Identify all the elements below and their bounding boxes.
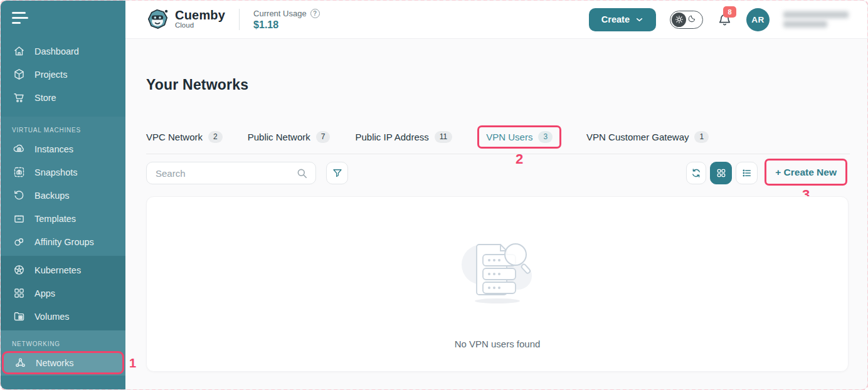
snapshot-icon bbox=[13, 166, 26, 179]
sidebar-item-label: Instances bbox=[34, 144, 73, 154]
list-view-button[interactable] bbox=[736, 162, 758, 184]
tab-count-badge: 1 bbox=[694, 131, 709, 144]
app-window: DashboardProjectsStoreVIRTUAL MACHINESIn… bbox=[0, 0, 868, 390]
list-view-icon bbox=[741, 167, 753, 179]
tab-public-ip-address[interactable]: Public IP Address11 bbox=[355, 131, 452, 144]
refresh-icon bbox=[691, 167, 702, 179]
sidebar-item-label: Dashboard bbox=[34, 46, 79, 56]
sidebar-item-instances[interactable]: Instances bbox=[1, 137, 125, 161]
sidebar-item-label: Store bbox=[34, 93, 56, 103]
tab-label: VPN Customer Gateway bbox=[586, 132, 689, 142]
toolbar: + Create New 3 bbox=[146, 161, 847, 187]
theme-toggle[interactable] bbox=[670, 11, 703, 29]
sidebar-item-label: Projects bbox=[34, 70, 67, 80]
avatar[interactable]: AR bbox=[746, 8, 770, 31]
sidebar-item-label: Snapshots bbox=[34, 167, 78, 177]
sidebar-section: KubernetesAppsVolumes bbox=[1, 256, 125, 330]
help-icon[interactable]: ? bbox=[310, 9, 320, 18]
sidebar-item-kubernetes[interactable]: Kubernetes bbox=[1, 258, 125, 282]
usage-value: $1.18 bbox=[253, 19, 320, 31]
apps-icon bbox=[13, 287, 26, 300]
brand-subtitle: Cloud bbox=[175, 21, 225, 30]
sidebar-section: DashboardProjectsStore bbox=[1, 37, 125, 112]
cube-icon bbox=[13, 68, 26, 81]
tab-public-network[interactable]: Public Network7 bbox=[248, 131, 331, 144]
search-icon bbox=[296, 167, 308, 179]
header-divider bbox=[239, 9, 240, 30]
empty-state-illustration bbox=[450, 233, 544, 308]
sidebar-item-templates[interactable]: Templates bbox=[1, 207, 125, 230]
network-tabs: VPC Network2Public Network7Public IP Add… bbox=[146, 120, 850, 154]
sidebar-item-label: Kubernetes bbox=[34, 265, 81, 275]
affinity-icon bbox=[13, 235, 26, 248]
kubernetes-icon bbox=[13, 263, 26, 277]
sidebar-item-label: Affinity Groups bbox=[34, 237, 94, 247]
tab-label: Public Network bbox=[248, 132, 310, 142]
main-content: Your Networks VPC Network2Public Network… bbox=[125, 39, 867, 389]
sidebar-item-affinity-groups[interactable]: Affinity Groups bbox=[1, 230, 125, 253]
sidebar-item-apps[interactable]: Apps bbox=[1, 282, 125, 305]
backup-icon bbox=[13, 189, 26, 202]
create-new-button[interactable]: + Create New 3 bbox=[765, 159, 847, 186]
cloud-instance-icon bbox=[13, 142, 26, 155]
tab-label: Public IP Address bbox=[355, 132, 428, 142]
page-title: Your Networks bbox=[146, 76, 248, 93]
current-usage: Current Usage ? $1.18 bbox=[253, 9, 320, 31]
grid-view-icon bbox=[716, 167, 727, 179]
tab-count-badge: 7 bbox=[316, 131, 331, 144]
sidebar-item-store[interactable]: Store bbox=[1, 86, 125, 109]
network-icon bbox=[14, 356, 27, 369]
chevron-down-icon bbox=[635, 16, 643, 24]
sidebar-item-label: Volumes bbox=[34, 312, 70, 322]
tab-label: VPC Network bbox=[146, 132, 203, 142]
tab-count-badge: 11 bbox=[435, 131, 452, 144]
usage-label: Current Usage bbox=[253, 9, 307, 18]
sidebar-item-networks[interactable]: Networks1 bbox=[2, 351, 124, 374]
sun-icon bbox=[672, 13, 686, 27]
create-new-label: + Create New bbox=[775, 167, 837, 178]
template-icon bbox=[13, 212, 26, 225]
cart-icon bbox=[13, 91, 26, 104]
moon-icon bbox=[687, 14, 697, 26]
user-name-redacted bbox=[783, 11, 849, 28]
filter-button[interactable] bbox=[326, 162, 348, 184]
sidebar-item-dashboard[interactable]: Dashboard bbox=[1, 40, 125, 63]
sidebar-item-label: Templates bbox=[34, 214, 76, 224]
sidebar-item-volumes[interactable]: Volumes bbox=[1, 305, 125, 328]
volumes-icon bbox=[13, 310, 26, 323]
brand-name: Cuemby bbox=[175, 9, 225, 21]
tab-vpc-network[interactable]: VPC Network2 bbox=[146, 131, 223, 144]
grid-view-button[interactable] bbox=[710, 162, 732, 184]
empty-state-card: No VPN users found bbox=[146, 196, 849, 372]
annotation-step-1: 1 bbox=[129, 356, 136, 370]
sidebar-item-label: Backups bbox=[34, 191, 70, 201]
sidebar-sections: DashboardProjectsStoreVIRTUAL MACHINESIn… bbox=[1, 37, 125, 376]
sidebar-item-backups[interactable]: Backups bbox=[1, 184, 125, 207]
brand-logo-group[interactable]: Cuemby Cloud bbox=[146, 8, 225, 31]
home-icon bbox=[13, 45, 26, 58]
sidebar-item-projects[interactable]: Projects bbox=[1, 63, 125, 86]
tab-label: VPN Users bbox=[486, 132, 532, 142]
sidebar-item-label: Apps bbox=[34, 288, 55, 298]
empty-state-message: No VPN users found bbox=[455, 339, 541, 349]
tab-vpn-users[interactable]: VPN Users32 bbox=[477, 125, 561, 149]
notifications-bell[interactable]: 8 bbox=[717, 12, 733, 28]
notification-count-badge: 8 bbox=[723, 6, 736, 18]
create-button-label: Create bbox=[601, 14, 630, 24]
create-button[interactable]: Create bbox=[589, 8, 656, 31]
tab-vpn-customer-gateway[interactable]: VPN Customer Gateway1 bbox=[586, 131, 709, 144]
sidebar-section-label: VIRTUAL MACHINES bbox=[1, 119, 125, 137]
filter-funnel-icon bbox=[332, 167, 343, 179]
sidebar-section: NETWORKINGNetworks1 bbox=[1, 330, 125, 376]
sidebar-section-label: NETWORKING bbox=[1, 333, 125, 351]
hamburger-menu-icon[interactable] bbox=[1, 1, 125, 37]
refresh-button[interactable] bbox=[686, 162, 706, 184]
sidebar-item-label: Networks bbox=[36, 358, 73, 368]
search-input[interactable] bbox=[156, 168, 296, 179]
sidebar-section: VIRTUAL MACHINESInstancesSnapshotsBackup… bbox=[1, 117, 125, 256]
tab-count-badge: 3 bbox=[538, 131, 553, 144]
search-box bbox=[146, 162, 316, 184]
cuemby-robot-logo-icon bbox=[146, 8, 169, 31]
tab-count-badge: 2 bbox=[208, 131, 223, 144]
sidebar-item-snapshots[interactable]: Snapshots bbox=[1, 161, 125, 184]
